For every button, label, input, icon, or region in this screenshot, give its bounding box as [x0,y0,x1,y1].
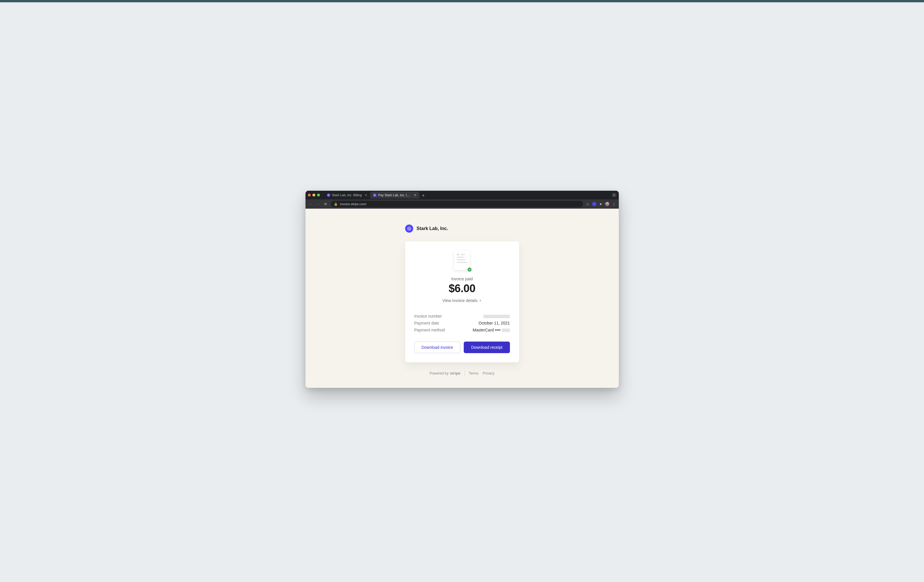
profile-avatar[interactable] [605,202,609,206]
reload-button[interactable]: ⟳ [323,202,328,206]
card-mask: •••• [495,328,501,332]
tab-strip: ◎ Stark Lab, Inc. Billing ✕ ◎ Pay Stark … [305,191,619,199]
address-bar[interactable]: 🔒 invoice.stripe.com/ [331,201,583,207]
forward-button[interactable]: → [316,202,320,206]
detail-value-redacted [483,314,510,319]
tabstrip-action-icon[interactable]: ✕ [612,193,617,197]
download-invoice-button[interactable]: Download invoice [414,342,460,353]
toolbar-right: ☆ ✦ ⋮ [586,202,616,206]
invoice-card: Invoice paid $6.00 View invoice details … [405,241,519,362]
extension-icon[interactable] [592,202,596,206]
minimize-window-icon[interactable] [312,193,315,197]
tab-active[interactable]: ◎ Pay Stark Lab, Inc. Invoice #F7 ✕ [370,192,419,198]
url-text: invoice.stripe.com/ [340,202,366,206]
footer-divider [464,371,465,376]
powered-by: Powered by stripe [430,371,460,375]
detail-value: October 11, 2021 [478,321,510,326]
invoice-amount: $6.00 [414,282,510,295]
screenshot-stage: ◎ Stark Lab, Inc. Billing ✕ ◎ Pay Stark … [0,2,924,582]
detail-label: Payment method [414,328,445,332]
invoice-document-icon [454,251,470,270]
star-icon[interactable]: ☆ [586,202,589,206]
view-invoice-details-link[interactable]: View invoice details [414,298,510,303]
download-receipt-button[interactable]: Download receipt [464,342,510,353]
kebab-menu-icon[interactable]: ⋮ [612,202,616,206]
merchant-logo-icon [405,225,413,233]
merchant-name: Stark Lab, Inc. [417,226,448,231]
tab-label: Pay Stark Lab, Inc. Invoice #F7 [378,193,411,197]
detail-row-payment-date: Payment date October 11, 2021 [414,320,510,327]
browser-window: ◎ Stark Lab, Inc. Billing ✕ ◎ Pay Stark … [305,191,619,388]
page-content: Stark Lab, Inc. Invoice paid $6 [305,208,619,388]
button-label: Download invoice [421,345,453,350]
powered-by-label: Powered by [430,371,449,375]
extensions-menu-icon[interactable]: ✦ [599,202,602,206]
lock-icon: 🔒 [334,202,338,206]
favicon-icon: ◎ [327,193,330,197]
detail-value: MasterCard •••• [473,328,510,332]
action-buttons: Download invoice Download receipt [414,342,510,353]
merchant-header: Stark Lab, Inc. [405,225,519,233]
card-last4-redacted [502,329,510,332]
tab-inactive[interactable]: ◎ Stark Lab, Inc. Billing ✕ [324,192,370,198]
button-label: Download receipt [471,345,502,350]
invoice-status: Invoice paid [414,276,510,281]
close-window-icon[interactable] [308,193,311,197]
close-tab-icon[interactable]: ✕ [414,193,416,197]
invoice-details: Invoice number Payment date October 11, … [414,312,510,334]
detail-label: Invoice number [414,314,442,319]
detail-label: Payment date [414,321,439,326]
detail-row-invoice-number: Invoice number [414,312,510,320]
browser-toolbar: ← → ⟳ 🔒 invoice.stripe.com/ ☆ ✦ ⋮ [305,199,619,208]
back-button[interactable]: ← [309,202,313,206]
paid-check-icon [467,267,472,272]
close-tab-icon[interactable]: ✕ [365,193,367,197]
new-tab-button[interactable]: + [419,193,427,198]
terms-link[interactable]: Terms [469,371,478,375]
details-link-label: View invoice details [442,298,478,303]
favicon-icon: ◎ [373,193,376,197]
chevron-right-icon [479,298,482,303]
browser-chrome: ◎ Stark Lab, Inc. Billing ✕ ◎ Pay Stark … [305,191,619,208]
privacy-link[interactable]: Privacy [482,371,494,375]
detail-row-payment-method: Payment method MasterCard •••• [414,327,510,334]
stripe-wordmark-icon: stripe [450,371,460,375]
maximize-window-icon[interactable] [317,193,320,197]
window-controls [308,193,320,197]
page-footer: Powered by stripe Terms Privacy [405,371,519,376]
page-top-strip [0,0,924,2]
card-brand: MasterCard [473,328,494,332]
tab-label: Stark Lab, Inc. Billing [332,193,362,197]
